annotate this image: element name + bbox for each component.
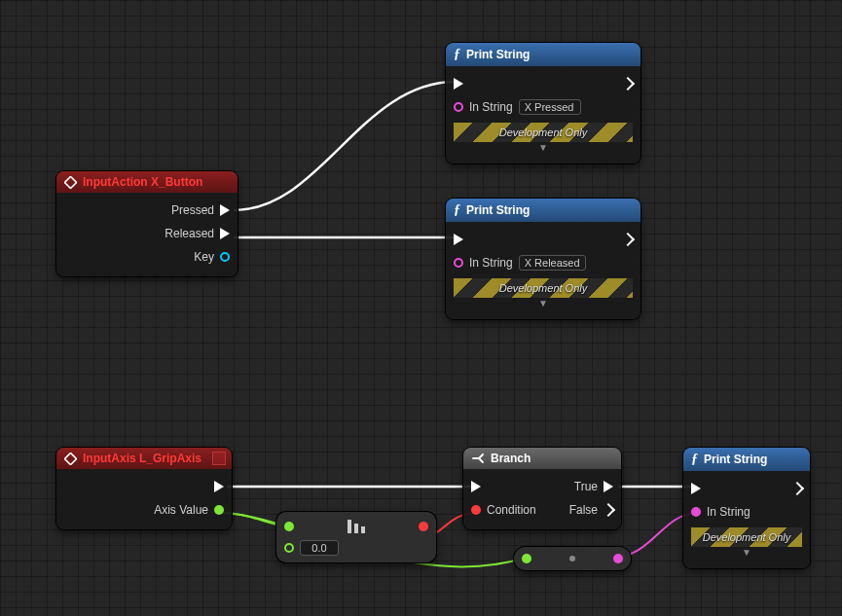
pin-exec-in[interactable]	[454, 234, 463, 245]
node-print-string-3[interactable]: ƒ Print String In String Development Onl…	[683, 448, 810, 568]
exec-out-icon	[220, 228, 230, 239]
exec-in-icon	[454, 234, 463, 245]
in-string-field[interactable]: X Pressed	[519, 99, 581, 115]
pin-in[interactable]	[522, 554, 531, 563]
node-input-axis[interactable]: InputAxis L_GripAxis Axis Value	[56, 448, 232, 529]
exec-out-icon	[214, 481, 224, 492]
svg-rect-4	[361, 526, 365, 533]
data-pin-icon	[454, 258, 463, 268]
pin-exec-in[interactable]	[471, 481, 481, 492]
data-pin-icon	[284, 543, 294, 553]
pin-result[interactable]	[419, 522, 428, 531]
node-title-text: InputAxis L_GripAxis	[83, 452, 201, 465]
node-title-text: Print String	[704, 453, 767, 466]
exec-out-icon	[604, 481, 613, 492]
pin-condition[interactable]: Condition	[471, 503, 536, 517]
node-print-string-2[interactable]: ƒ Print String In String X Released Deve…	[446, 199, 641, 319]
node-input-action[interactable]: InputAction X_Button Pressed Released Ke…	[56, 171, 238, 276]
node-print-string-1[interactable]: ƒ Print String In String X Pressed Devel…	[446, 43, 641, 163]
node-title: InputAction X_Button	[56, 171, 238, 193]
node-title-text: Print String	[466, 48, 530, 61]
svg-rect-0	[64, 176, 76, 188]
pin-exec-out[interactable]	[623, 79, 633, 89]
expand-caret-icon[interactable]: ▼	[691, 547, 802, 561]
pin-exec-in[interactable]	[691, 483, 701, 494]
pin-pressed[interactable]: Pressed	[171, 203, 230, 217]
exec-out-icon	[621, 77, 635, 91]
pin-exec-out[interactable]	[792, 484, 802, 493]
node-title: ƒ Print String	[446, 43, 641, 66]
exec-out-icon	[220, 204, 230, 216]
node-float-to-string[interactable]	[514, 547, 631, 570]
node-title: ƒ Print String	[683, 448, 810, 471]
branch-arrow-icon	[471, 452, 485, 465]
svg-rect-1	[64, 453, 76, 464]
pin-in-string[interactable]: In String X Released	[454, 255, 586, 271]
pin-released[interactable]: Released	[165, 227, 230, 240]
pin-exec-out[interactable]	[214, 481, 224, 492]
pin-a[interactable]	[284, 522, 294, 531]
svg-rect-2	[348, 520, 351, 533]
node-title: ƒ Print String	[446, 199, 641, 222]
data-pin-icon	[691, 507, 701, 517]
exec-out-icon	[790, 482, 804, 495]
pin-key[interactable]: Key	[194, 250, 230, 264]
float-input-field[interactable]: 0.0	[300, 540, 339, 556]
function-f-icon: ƒ	[454, 202, 460, 218]
node-title-text: Branch	[491, 452, 531, 465]
exec-in-icon	[454, 78, 463, 90]
data-pin-icon	[613, 554, 623, 563]
data-pin-icon	[284, 522, 294, 531]
function-f-icon: ƒ	[454, 47, 460, 62]
expand-caret-icon[interactable]: ▼	[454, 298, 633, 311]
expand-chip-icon[interactable]	[212, 452, 226, 465]
conversion-dot-icon	[569, 556, 575, 562]
node-title: Branch	[463, 448, 621, 469]
compare-bars-icon	[304, 518, 409, 535]
data-pin-icon	[214, 505, 224, 515]
pin-exec-out[interactable]	[623, 235, 633, 244]
data-pin-icon	[454, 102, 463, 112]
development-only-banner: Development Only	[691, 527, 802, 547]
exec-out-icon	[602, 503, 615, 517]
node-title-text: InputAction X_Button	[83, 175, 202, 189]
exec-out-icon	[621, 233, 635, 246]
node-branch[interactable]: Branch True Condition False	[463, 448, 621, 529]
exec-in-icon	[691, 483, 701, 494]
in-string-field[interactable]: X Released	[519, 255, 586, 271]
node-compare-float[interactable]: 0.0	[276, 512, 436, 562]
exec-in-icon	[471, 481, 481, 492]
development-only-banner: Development Only	[454, 278, 633, 298]
pin-in-string[interactable]: In String X Pressed	[454, 99, 581, 115]
pin-out[interactable]	[613, 554, 623, 563]
data-pin-icon	[522, 554, 531, 563]
svg-rect-3	[354, 524, 358, 533]
data-pin-icon	[220, 252, 230, 262]
data-pin-icon	[419, 522, 428, 531]
pin-in-string[interactable]: In String	[691, 505, 750, 519]
function-f-icon: ƒ	[691, 452, 698, 467]
data-pin-icon	[471, 505, 481, 515]
pin-exec-in[interactable]	[454, 78, 463, 90]
event-diamond-icon	[64, 453, 77, 465]
pin-true[interactable]: True	[574, 480, 613, 493]
pin-false[interactable]: False	[569, 503, 613, 517]
expand-caret-icon[interactable]: ▼	[454, 142, 633, 156]
node-title-text: Print String	[466, 203, 530, 217]
pin-b[interactable]: 0.0	[284, 540, 339, 556]
pin-axis-value[interactable]: Axis Value	[154, 503, 224, 517]
event-diamond-icon	[64, 176, 77, 189]
development-only-banner: Development Only	[454, 123, 633, 142]
node-title: InputAxis L_GripAxis	[56, 448, 232, 469]
